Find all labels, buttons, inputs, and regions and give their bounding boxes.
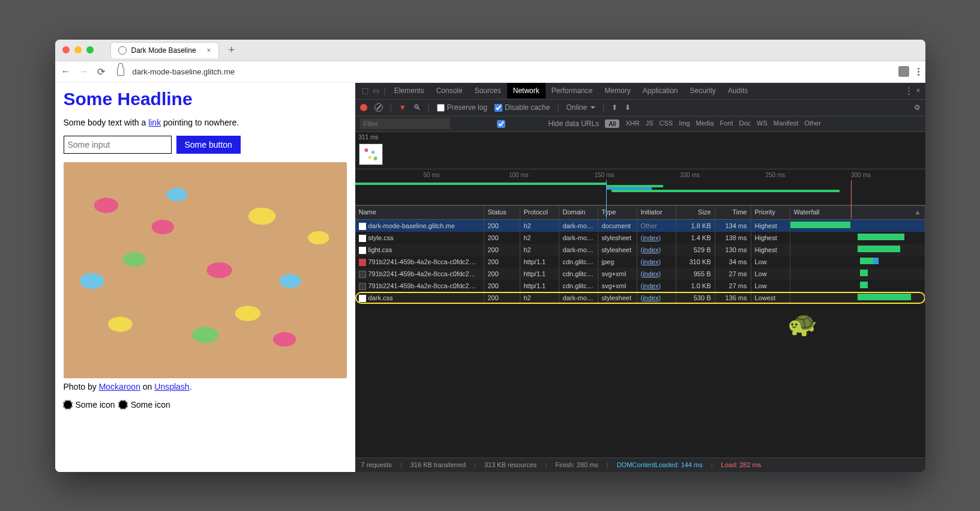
lock-icon[interactable] [117, 67, 124, 76]
turtle-emoji: 🐢 [787, 310, 817, 338]
preserve-log-checkbox[interactable]: Preserve log [437, 103, 487, 112]
network-status-bar: 7 requests| 316 KB transferred| 313 KB r… [355, 458, 925, 472]
filter-type-font[interactable]: Font [720, 119, 733, 128]
page-headline: Some Headline [64, 89, 347, 109]
devtools-panel: ⬚ ▭ | ElementsConsoleSourcesNetworkPerfo… [355, 83, 925, 472]
icon-row: Some icon Some icon [64, 400, 347, 410]
titlebar: Dark Mode Baseline × + [55, 40, 925, 61]
extension-icon[interactable] [898, 66, 909, 77]
back-button[interactable]: ← [61, 66, 71, 77]
body-link[interactable]: link [148, 118, 161, 127]
download-har-icon[interactable]: ⬇ [625, 103, 631, 112]
bulb-light-icon [119, 401, 127, 409]
filter-input[interactable] [360, 118, 450, 129]
traffic-lights [62, 46, 94, 53]
devtools-tab-elements[interactable]: Elements [388, 83, 430, 98]
network-row[interactable]: 791b2241-459b-4a2e-8cca-c0fdc2…200http/1… [355, 256, 925, 268]
devtools-tab-performance[interactable]: Performance [546, 83, 599, 98]
url-text[interactable]: dark-mode-baseline.glitch.me [133, 67, 235, 76]
devtools-tab-network[interactable]: Network [507, 83, 546, 98]
site-link[interactable]: Unsplash [154, 382, 189, 392]
form-row: Some button [64, 136, 347, 154]
dcl-time: DOMContentLoaded: 144 ms [617, 461, 703, 468]
network-row[interactable]: light.css200h2dark-mo…stylesheet(index)5… [355, 244, 925, 256]
filter-type-other[interactable]: Other [804, 119, 821, 128]
filter-type-xhr[interactable]: XHR [625, 119, 639, 128]
clear-button[interactable] [374, 103, 383, 112]
timeline[interactable]: 50 ms100 ms150 ms200 ms250 ms300 ms [355, 169, 925, 205]
filter-type-ws[interactable]: WS [757, 119, 768, 128]
finish-time: Finish: 280 ms [555, 461, 598, 468]
device-toggle-icon[interactable]: ▭ [371, 86, 382, 95]
network-row[interactable]: 791b2241-459b-4a2e-8cca-c0fdc2…200http/1… [355, 280, 925, 292]
filter-type-all[interactable]: All [605, 119, 619, 128]
network-filter-bar: Hide data URLs AllXHRJSCSSImgMediaFontDo… [355, 116, 925, 132]
filter-type-manifest[interactable]: Manifest [774, 119, 799, 128]
devtools-tab-console[interactable]: Console [430, 83, 469, 98]
devtools-tab-audits[interactable]: Audits [722, 83, 754, 98]
overview-thumbnail [359, 144, 383, 165]
devtools-menu-icon[interactable] [908, 87, 910, 95]
network-table-body[interactable]: dark-mode-baseline.glitch.me200h2dark-mo… [355, 220, 925, 458]
disable-cache-checkbox[interactable]: Disable cache [495, 103, 550, 112]
hide-data-urls-checkbox[interactable]: Hide data URLs [456, 119, 600, 128]
photo-caption: Photo by Mockaroon on Unsplash. [64, 382, 347, 392]
filter-type-doc[interactable]: Doc [739, 119, 751, 128]
filter-type-media[interactable]: Media [696, 119, 714, 128]
network-row[interactable]: 791b2241-459b-4a2e-8cca-c0fdc2…200http/1… [355, 268, 925, 280]
submit-button[interactable]: Some button [176, 136, 241, 154]
new-tab-button[interactable]: + [229, 44, 235, 56]
author-link[interactable]: Mockaroon [99, 382, 140, 392]
globe-icon [118, 46, 127, 55]
content-area: Some Headline Some body text with a link… [55, 83, 925, 472]
tab-title: Dark Mode Baseline [131, 46, 196, 55]
bulb-dark-icon [64, 401, 72, 409]
minimize-window-button[interactable] [74, 46, 82, 53]
browser-tab[interactable]: Dark Mode Baseline × [110, 42, 219, 58]
record-button[interactable] [360, 104, 367, 111]
hero-image [64, 162, 347, 378]
throttle-select[interactable]: Online [567, 103, 596, 112]
network-row[interactable]: style.css200h2dark-mo…stylesheet(index)1… [355, 232, 925, 244]
reload-button[interactable]: ⟳ [97, 66, 105, 77]
maximize-window-button[interactable] [86, 46, 94, 53]
overview-strip: 311 ms [355, 132, 925, 169]
overview-time-label: 311 ms [355, 132, 925, 142]
resources-size: 313 KB resources [484, 461, 537, 468]
upload-har-icon[interactable]: ⬆ [612, 103, 618, 112]
search-icon[interactable]: 🔍︎ [413, 103, 421, 112]
browser-menu-button[interactable] [918, 68, 919, 76]
network-row[interactable]: dark.css200h2dark-mo…stylesheet(index)53… [355, 292, 925, 304]
browser-window: Dark Mode Baseline × + ← → ⟳ dark-mode-b… [55, 40, 925, 472]
devtools-close-icon[interactable]: × [916, 86, 920, 95]
request-count: 7 requests [361, 461, 392, 468]
devtools-tab-memory[interactable]: Memory [598, 83, 636, 98]
load-time: Load: 282 ms [721, 461, 762, 468]
network-toolbar: | ▼ 🔍︎ | Preserve log Disable cache | On… [355, 100, 925, 116]
filter-toggle-icon[interactable]: ▼ [399, 103, 406, 112]
filter-type-js[interactable]: JS [646, 119, 654, 128]
filter-type-css[interactable]: CSS [660, 119, 673, 128]
devtools-tab-sources[interactable]: Sources [469, 83, 507, 98]
transferred-size: 316 KB transferred [410, 461, 466, 468]
devtools-tabs: ⬚ ▭ | ElementsConsoleSourcesNetworkPerfo… [355, 83, 925, 100]
settings-icon[interactable]: ⚙ [914, 103, 921, 112]
body-text: Some body text with a link pointing to n… [64, 118, 347, 127]
close-window-button[interactable] [62, 46, 70, 53]
filter-type-img[interactable]: Img [679, 119, 690, 128]
text-input[interactable] [64, 136, 172, 154]
network-table-header[interactable]: Name Status Protocol Domain Type Initiat… [355, 205, 925, 220]
close-tab-icon[interactable]: × [207, 46, 211, 55]
devtools-tab-security[interactable]: Security [684, 83, 722, 98]
inspect-element-icon[interactable]: ⬚ [360, 86, 371, 95]
forward-button[interactable]: → [79, 66, 89, 77]
network-row[interactable]: dark-mode-baseline.glitch.me200h2dark-mo… [355, 220, 925, 232]
devtools-tab-application[interactable]: Application [637, 83, 684, 98]
address-bar: ← → ⟳ dark-mode-baseline.glitch.me [55, 61, 925, 83]
rendered-page: Some Headline Some body text with a link… [55, 83, 355, 472]
